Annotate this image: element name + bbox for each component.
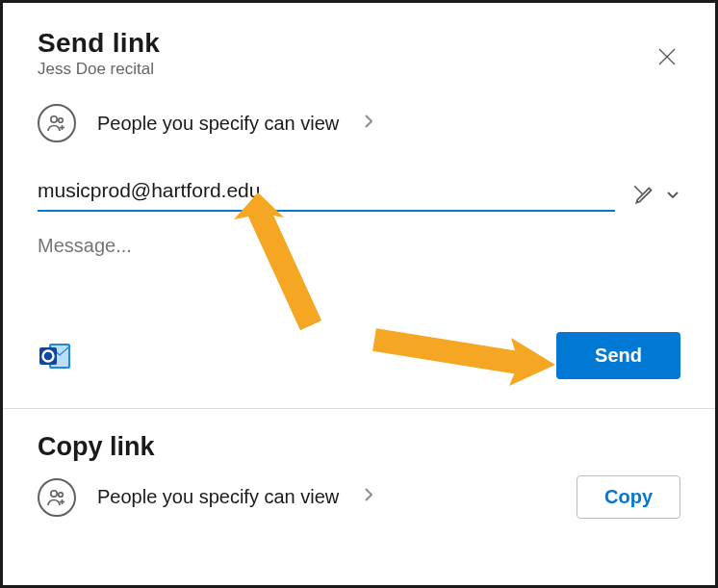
outlook-icon	[38, 338, 74, 374]
svg-line-4	[634, 186, 643, 194]
permission-label: People you specify can view	[97, 113, 339, 135]
copy-link-section: Copy link People you specify can view	[38, 409, 680, 519]
recipient-row	[38, 177, 680, 212]
svg-point-3	[59, 118, 64, 123]
chevron-right-icon	[364, 114, 373, 134]
dialog-title: Send link	[38, 28, 680, 59]
recipient-input[interactable]	[38, 177, 615, 212]
send-footer: Send	[38, 332, 680, 379]
copy-permission-selector[interactable]: People you specify can view	[38, 478, 373, 517]
permission-selector[interactable]: People you specify can view	[38, 104, 680, 142]
people-icon	[38, 478, 76, 517]
copy-permission-row: People you specify can view Copy	[38, 475, 680, 519]
share-dialog: Send link Jess Doe recital People you sp…	[0, 0, 718, 588]
dialog-content: Send link Jess Doe recital People you sp…	[3, 3, 715, 585]
svg-point-2	[51, 116, 57, 122]
message-input[interactable]	[38, 235, 680, 257]
close-icon	[657, 47, 677, 66]
close-button[interactable]	[652, 41, 682, 72]
send-button[interactable]: Send	[556, 332, 680, 379]
copy-link-title: Copy link	[38, 432, 680, 462]
edit-permissions-dropdown[interactable]	[632, 182, 680, 207]
people-icon	[38, 104, 76, 142]
message-box	[38, 235, 680, 261]
pencil-icon	[632, 182, 657, 207]
svg-point-9	[51, 490, 57, 496]
chevron-down-icon	[665, 187, 680, 202]
chevron-right-icon	[364, 487, 373, 507]
svg-point-10	[59, 492, 64, 497]
copy-button[interactable]: Copy	[577, 475, 680, 519]
copy-permission-label: People you specify can view	[97, 486, 339, 508]
dialog-subtitle: Jess Doe recital	[38, 60, 680, 79]
